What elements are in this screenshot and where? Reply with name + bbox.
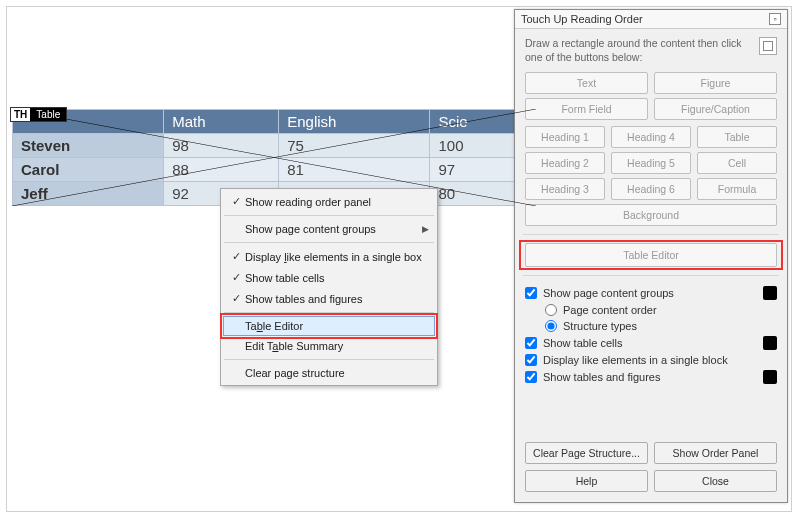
opt-show-table-cells[interactable]: Show table cells bbox=[525, 334, 777, 352]
touch-up-reading-order-panel: Touch Up Reading Order ▫ Draw a rectangl… bbox=[514, 9, 788, 503]
check-icon: ✓ bbox=[227, 271, 245, 284]
heading6-button[interactable]: Heading 6 bbox=[611, 178, 691, 200]
ctx-label: Show tables and figures bbox=[245, 293, 429, 305]
table-structure-tag: TH Table bbox=[10, 107, 67, 122]
formula-button[interactable]: Formula bbox=[697, 178, 777, 200]
form-field-button[interactable]: Form Field bbox=[525, 98, 648, 120]
radio[interactable] bbox=[545, 320, 557, 332]
opt-structure-types[interactable]: Structure types bbox=[525, 318, 777, 334]
context-menu: ✓ Show reading order panel Show page con… bbox=[220, 188, 438, 386]
instruction-text: Draw a rectangle around the content then… bbox=[525, 37, 753, 64]
opt-label: Structure types bbox=[563, 320, 637, 332]
figure-button[interactable]: Figure bbox=[654, 72, 777, 94]
panel-collapse-icon[interactable]: ▫ bbox=[769, 13, 781, 25]
col-header: Math bbox=[164, 110, 279, 134]
ctx-label: Display like elements in a single box bbox=[245, 251, 429, 263]
checkbox[interactable] bbox=[525, 287, 537, 299]
checkbox[interactable] bbox=[525, 354, 537, 366]
panel-titlebar[interactable]: Touch Up Reading Order ▫ bbox=[515, 10, 787, 29]
heading4-button[interactable]: Heading 4 bbox=[611, 126, 691, 148]
panel-title-text: Touch Up Reading Order bbox=[521, 13, 643, 25]
separator bbox=[224, 242, 434, 243]
opt-label: Page content order bbox=[563, 304, 657, 316]
table-row: Steven 98 75 100 bbox=[13, 134, 536, 158]
opt-page-content-order[interactable]: Page content order bbox=[525, 302, 777, 318]
separator bbox=[224, 312, 434, 313]
clear-page-structure-button[interactable]: Clear Page Structure... bbox=[525, 442, 648, 464]
ctx-label: Show reading order panel bbox=[245, 196, 429, 208]
ctx-table-editor[interactable]: Table Editor bbox=[223, 316, 435, 336]
ctx-label: Show table cells bbox=[245, 272, 429, 284]
ctx-show-table-cells[interactable]: ✓ Show table cells bbox=[223, 267, 435, 288]
ctx-label: Table Editor bbox=[245, 320, 429, 332]
check-icon: ✓ bbox=[227, 195, 245, 208]
table-header-row: Math English Scie bbox=[13, 110, 536, 134]
separator bbox=[523, 234, 779, 235]
color-swatch[interactable] bbox=[763, 370, 777, 384]
submenu-arrow-icon: ▶ bbox=[422, 224, 429, 234]
table-badge: Table bbox=[30, 108, 66, 121]
cell: 88 bbox=[164, 158, 279, 182]
background-button[interactable]: Background bbox=[525, 204, 777, 226]
color-swatch[interactable] bbox=[763, 286, 777, 300]
opt-label: Show page content groups bbox=[543, 287, 674, 299]
checkbox[interactable] bbox=[525, 371, 537, 383]
opt-label: Show table cells bbox=[543, 337, 623, 349]
checkbox[interactable] bbox=[525, 337, 537, 349]
cell-button[interactable]: Cell bbox=[697, 152, 777, 174]
check-icon: ✓ bbox=[227, 250, 245, 263]
cell: 98 bbox=[164, 134, 279, 158]
table-button[interactable]: Table bbox=[697, 126, 777, 148]
ctx-show-page-content-groups[interactable]: Show page content groups ▶ bbox=[223, 219, 435, 239]
opt-show-page-content-groups[interactable]: Show page content groups bbox=[525, 284, 777, 302]
th-badge: TH bbox=[11, 108, 30, 121]
cell: 81 bbox=[279, 158, 430, 182]
text-button[interactable]: Text bbox=[525, 72, 648, 94]
ctx-clear-page-structure[interactable]: Clear page structure bbox=[223, 363, 435, 383]
row-name: Jeff bbox=[13, 182, 164, 206]
check-icon: ✓ bbox=[227, 292, 245, 305]
ctx-label: Clear page structure bbox=[245, 367, 429, 379]
panel-instruction: Draw a rectangle around the content then… bbox=[525, 37, 777, 64]
separator bbox=[224, 215, 434, 216]
help-button[interactable]: Help bbox=[525, 470, 648, 492]
ctx-label: Show page content groups bbox=[245, 223, 422, 235]
col-header: English bbox=[279, 110, 430, 134]
ctx-show-tables-and-figures[interactable]: ✓ Show tables and figures bbox=[223, 288, 435, 309]
row-name: Carol bbox=[13, 158, 164, 182]
opt-display-like-elements[interactable]: Display like elements in a single block bbox=[525, 352, 777, 368]
draw-rectangle-icon[interactable] bbox=[759, 37, 777, 55]
heading3-button[interactable]: Heading 3 bbox=[525, 178, 605, 200]
ctx-edit-table-summary[interactable]: Edit Table Summary bbox=[223, 336, 435, 356]
table-editor-button[interactable]: Table Editor bbox=[525, 243, 777, 267]
separator bbox=[224, 359, 434, 360]
opt-label: Display like elements in a single block bbox=[543, 354, 728, 366]
table-row: Carol 88 81 97 bbox=[13, 158, 536, 182]
cell: 75 bbox=[279, 134, 430, 158]
heading1-button[interactable]: Heading 1 bbox=[525, 126, 605, 148]
close-button[interactable]: Close bbox=[654, 470, 777, 492]
show-order-panel-button[interactable]: Show Order Panel bbox=[654, 442, 777, 464]
radio[interactable] bbox=[545, 304, 557, 316]
ctx-display-like-elements[interactable]: ✓ Display like elements in a single box bbox=[223, 246, 435, 267]
opt-show-tables-and-figures[interactable]: Show tables and figures bbox=[525, 368, 777, 386]
figure-caption-button[interactable]: Figure/Caption bbox=[654, 98, 777, 120]
ctx-show-reading-order-panel[interactable]: ✓ Show reading order panel bbox=[223, 191, 435, 212]
separator bbox=[523, 275, 779, 276]
color-swatch[interactable] bbox=[763, 336, 777, 350]
row-name: Steven bbox=[13, 134, 164, 158]
opt-label: Show tables and figures bbox=[543, 371, 660, 383]
ctx-label: Edit Table Summary bbox=[245, 340, 429, 352]
heading5-button[interactable]: Heading 5 bbox=[611, 152, 691, 174]
heading2-button[interactable]: Heading 2 bbox=[525, 152, 605, 174]
